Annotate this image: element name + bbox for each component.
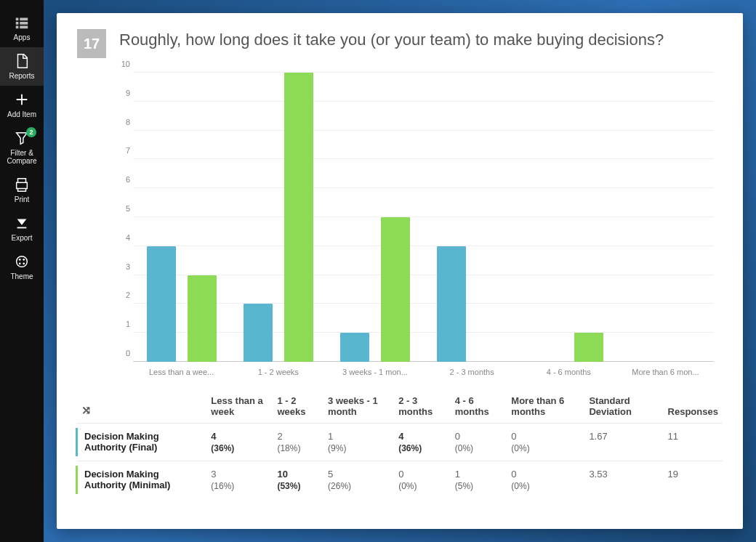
- bar[interactable]: [574, 333, 603, 362]
- column-header: Less than a week: [206, 389, 273, 424]
- sidebar-item-add[interactable]: Add Item: [0, 86, 44, 124]
- data-cell: 1(9%): [323, 424, 394, 461]
- question-title: Roughly, how long does it take you (or y…: [119, 29, 664, 51]
- print-icon: [14, 177, 30, 193]
- data-cell: 0(0%): [394, 461, 451, 499]
- swap-axes-icon[interactable]: ⤭: [81, 404, 91, 416]
- column-header: Responses: [664, 389, 723, 424]
- y-tick-label: 5: [116, 204, 130, 213]
- reports-icon: [14, 53, 30, 69]
- bar[interactable]: [147, 246, 176, 362]
- y-tick-label: 0: [116, 349, 130, 357]
- data-cell: 0(0%): [507, 424, 584, 461]
- x-tick-label: More than 6 mon...: [617, 368, 714, 376]
- bar[interactable]: [284, 73, 313, 362]
- data-cell: 5(26%): [323, 461, 394, 499]
- sidebar-item-label: Filter & Compare: [0, 149, 44, 165]
- bar-group: [133, 73, 230, 362]
- x-labels: Less than a wee...1 - 2 weeks3 weeks - 1…: [133, 368, 714, 376]
- data-cell: 4(36%): [394, 424, 451, 461]
- y-tick-label: 8: [116, 118, 130, 126]
- x-tick-label: 4 - 6 months: [520, 368, 617, 376]
- bar-group: [230, 73, 326, 362]
- sidebar-item-theme[interactable]: Theme: [0, 248, 44, 286]
- bar[interactable]: [381, 217, 410, 362]
- svg-point-0: [17, 256, 28, 267]
- bar-group: [520, 73, 617, 362]
- bar[interactable]: [188, 275, 217, 362]
- bar-groups: [133, 73, 714, 362]
- bar-group: [424, 73, 520, 362]
- filter-badge: 2: [26, 127, 36, 137]
- stddev-cell: 1.67: [584, 424, 663, 461]
- y-tick-label: 4: [116, 233, 130, 242]
- svg-point-1: [19, 259, 21, 261]
- results-table-wrap: ⤭Less than a week1 - 2 weeks3 weeks - 1 …: [57, 384, 743, 513]
- x-tick-label: 2 - 3 months: [424, 368, 520, 376]
- data-cell: 4(36%): [206, 424, 273, 461]
- theme-icon: [14, 254, 30, 270]
- table-row: Decision Making Authority (Final)4(36%)2…: [77, 424, 723, 461]
- question-header: 17 Roughly, how long does it take you (o…: [57, 13, 743, 65]
- sidebar-item-filter[interactable]: 2 Filter & Compare: [0, 124, 44, 171]
- export-icon: [14, 215, 30, 231]
- svg-point-3: [19, 262, 21, 264]
- svg-point-2: [23, 259, 25, 261]
- stddev-cell: 3.53: [584, 461, 663, 499]
- column-header: Standard Deviation: [584, 389, 663, 424]
- row-label: Decision Making Authority (Final): [77, 424, 206, 461]
- sidebar-item-label: Export: [0, 234, 44, 242]
- column-header: 2 - 3 months: [394, 389, 451, 424]
- y-tick-label: 2: [116, 291, 130, 299]
- svg-point-4: [23, 262, 25, 264]
- data-cell: 0(0%): [507, 461, 584, 499]
- bar-group: [617, 73, 714, 362]
- plus-icon: [14, 92, 30, 108]
- y-tick-label: 6: [116, 175, 130, 184]
- y-tick-label: 1: [116, 320, 130, 328]
- sidebar-item-label: Reports: [0, 72, 44, 80]
- y-tick-label: 3: [116, 262, 130, 271]
- data-cell: 2(18%): [273, 424, 323, 461]
- results-table: ⤭Less than a week1 - 2 weeks3 weeks - 1 …: [77, 389, 723, 498]
- data-cell: 3(16%): [206, 461, 273, 499]
- sidebar: Apps Reports Add Item 2 Filter & Compare…: [0, 0, 44, 542]
- data-cell: 0(0%): [451, 424, 507, 461]
- table-row: Decision Making Authority (Minimal)3(16%…: [77, 461, 723, 499]
- sidebar-item-export[interactable]: Export: [0, 209, 44, 248]
- column-header: 4 - 6 months: [451, 389, 507, 424]
- x-tick-label: 1 - 2 weeks: [230, 368, 326, 376]
- bar-group: [326, 73, 423, 362]
- y-tick-label: 10: [116, 60, 130, 68]
- row-label: Decision Making Authority (Minimal): [77, 461, 206, 499]
- sidebar-item-label: Print: [0, 195, 44, 203]
- responses-cell: 19: [664, 461, 723, 499]
- data-cell: 10(53%): [273, 461, 323, 499]
- column-header: 1 - 2 weeks: [273, 389, 323, 424]
- bar-chart: 012345678910Less than a wee...1 - 2 week…: [57, 65, 743, 384]
- bar[interactable]: [340, 333, 369, 362]
- column-header: More than 6 months: [507, 389, 584, 424]
- sidebar-item-apps[interactable]: Apps: [0, 9, 44, 47]
- bar[interactable]: [437, 246, 466, 362]
- sidebar-item-label: Apps: [0, 33, 44, 41]
- data-cell: 1(5%): [451, 461, 507, 499]
- apps-icon: [14, 15, 30, 31]
- sidebar-item-label: Theme: [0, 272, 44, 280]
- report-card: 17 Roughly, how long does it take you (o…: [57, 13, 743, 529]
- column-header: 3 weeks - 1 month: [323, 389, 394, 424]
- sidebar-item-label: Add Item: [0, 110, 44, 118]
- y-tick-label: 9: [116, 89, 130, 97]
- bar[interactable]: [244, 304, 273, 362]
- x-tick-label: 3 weeks - 1 mon...: [326, 368, 423, 376]
- sidebar-item-print[interactable]: Print: [0, 171, 44, 209]
- question-number: 17: [77, 29, 106, 58]
- responses-cell: 11: [664, 424, 723, 461]
- sidebar-item-reports[interactable]: Reports: [0, 47, 44, 86]
- x-tick-label: Less than a wee...: [133, 368, 230, 376]
- y-tick-label: 7: [116, 146, 130, 155]
